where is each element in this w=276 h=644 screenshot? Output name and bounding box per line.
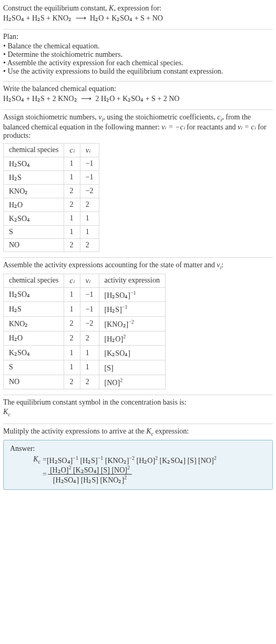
- cell: H₂SO₄: [4, 287, 64, 302]
- term-exp: 2: [68, 465, 71, 470]
- cell: 1: [80, 225, 99, 238]
- cell: 2: [80, 375, 99, 389]
- cell: H₂O: [4, 331, 64, 346]
- vi-header: νᵢ: [86, 277, 90, 285]
- kc-row-product: Kc = [H₂SO₄]−1 [H₂S]−1 [KNO₂]−2 [H₂O]2 […: [25, 455, 266, 465]
- cell: 2: [64, 184, 80, 198]
- table-row: NO22[NO]2: [4, 375, 166, 389]
- term-base: [H₂O]: [50, 466, 69, 474]
- plan-list: Balance the chemical equation. Determine…: [3, 42, 273, 76]
- activity-section: Assemble the activity expressions accoun…: [3, 258, 273, 395]
- text: expression:: [154, 427, 189, 435]
- cell: K₂SO₄: [4, 212, 64, 225]
- plan-item: Use the activity expressions to build th…: [3, 67, 273, 76]
- term-exp: 2: [155, 455, 158, 461]
- term-base: [S]: [187, 456, 196, 464]
- cell: −1: [80, 287, 99, 302]
- term-exp: 2: [214, 455, 217, 461]
- col-ci: cᵢ: [64, 274, 80, 287]
- cell: [H₂S]−1: [99, 302, 165, 317]
- title-line: Construct the equilibrium constant, K, e…: [3, 4, 273, 13]
- kc-c: c: [38, 459, 40, 465]
- eq-lhs: H₂SO₄ + H₂S + 2 KNO₂: [3, 95, 77, 103]
- term-base: [H₂SO₄]: [47, 456, 73, 464]
- table-row: S11: [4, 225, 99, 238]
- ae-base: [K₂SO₄]: [105, 349, 130, 357]
- activity-intro: Assemble the activity expressions accoun…: [3, 261, 273, 270]
- cell: −2: [80, 316, 99, 331]
- fraction-numerator: [H₂O]2 [K₂SO₄] [S] [NO]2: [48, 465, 132, 474]
- table-row: K₂SO₄11[K₂SO₄]: [4, 346, 166, 360]
- answer-box: Answer: Kc = [H₂SO₄]−1 [H₂S]−1 [KNO₂]−2 …: [3, 440, 273, 490]
- table-row: KNO₂2−2[KNO₂]−2: [4, 316, 166, 331]
- kc-c: c: [8, 411, 10, 417]
- cell: −1: [80, 302, 99, 317]
- cell: 2: [64, 238, 80, 251]
- vi-header: νᵢ: [86, 146, 90, 154]
- term-base: [NO]: [111, 466, 127, 474]
- col-ci: cᵢ: [64, 143, 80, 157]
- ae-base: [S]: [105, 364, 114, 372]
- basis-line1: The equilibrium constant symbol in the c…: [3, 398, 273, 407]
- eq-lhs: H₂SO₄ + H₂S + KNO₂: [3, 14, 71, 22]
- cell: [K₂SO₄]: [99, 346, 165, 360]
- stoich-intro: Assign stoichiometric numbers, νi, using…: [3, 113, 273, 140]
- term-exp: −1: [98, 455, 104, 461]
- text: Assign stoichiometric numbers,: [3, 113, 98, 121]
- col-species: chemical species: [4, 274, 64, 287]
- term-exp: 2: [124, 475, 127, 480]
- cell: H₂S: [4, 170, 64, 184]
- cell: H₂SO₄: [4, 157, 64, 170]
- plan-label: Plan:: [3, 33, 273, 41]
- plan-item: Determine the stoichiometric numbers.: [3, 51, 273, 59]
- plan-section: Plan: Balance the chemical equation. Det…: [3, 29, 273, 81]
- table-row: H₂O22: [4, 198, 99, 212]
- answer-label: Answer:: [10, 445, 266, 453]
- term-base: [NO]: [198, 456, 214, 464]
- multiply-section: Mulitply the activity expressions to arr…: [3, 424, 273, 495]
- term-base: [H₂S]: [81, 476, 98, 484]
- cell: H₂O: [4, 198, 64, 212]
- title-post: , expression for:: [114, 4, 161, 12]
- kc-lhs: Kc: [25, 455, 43, 465]
- cell: 1: [64, 287, 80, 302]
- cell: 2: [80, 198, 99, 212]
- term-exp: 2: [127, 465, 130, 470]
- ae-base: [H₂SO₄]: [105, 291, 130, 299]
- cell: NO: [4, 238, 64, 251]
- stoich-section: Assign stoichiometric numbers, νi, using…: [3, 110, 273, 257]
- table-row: H₂O22[H₂O]2: [4, 331, 166, 346]
- ae-exp: −1: [122, 304, 128, 310]
- cell: −1: [80, 170, 99, 184]
- cell: K₂SO₄: [4, 346, 64, 360]
- cell: KNO₂: [4, 184, 64, 198]
- kc-terms: [H₂SO₄]−1 [H₂S]−1 [KNO₂]−2 [H₂O]2 [K₂SO₄…: [47, 455, 217, 465]
- cell: [H₂SO₄]−1: [99, 287, 165, 302]
- k-symbol: K: [109, 4, 114, 12]
- equals: =: [43, 470, 47, 478]
- term-exp: −1: [73, 455, 78, 461]
- relation: νᵢ = cᵢ: [238, 123, 256, 131]
- title-pre: Construct the equilibrium constant,: [3, 4, 109, 12]
- kc-k: K: [146, 427, 151, 435]
- cell: NO: [4, 375, 64, 389]
- kc-row-fraction: = [H₂O]2 [K₂SO₄] [S] [NO]2 [H₂SO₄] [H₂S]…: [25, 465, 266, 484]
- eq-rhs: H₂O + K₂SO₄ + S + NO: [90, 14, 163, 22]
- ae-base: [H₂O]: [105, 335, 124, 343]
- equals: =: [43, 456, 47, 464]
- cell: 2: [64, 198, 80, 212]
- table-row: H₂S1−1[H₂S]−1: [4, 302, 166, 317]
- fraction: [H₂O]2 [K₂SO₄] [S] [NO]2 [H₂SO₄] [H₂S] […: [48, 465, 132, 484]
- kc-expression: Kc = [H₂SO₄]−1 [H₂S]−1 [KNO₂]−2 [H₂O]2 […: [10, 455, 266, 484]
- table-row: NO22: [4, 238, 99, 251]
- table-row: KNO₂2−2: [4, 184, 99, 198]
- cell: 1: [64, 212, 80, 225]
- activity-table: chemical species cᵢ νᵢ activity expressi…: [3, 274, 166, 390]
- table-row: S11[S]: [4, 360, 166, 375]
- cell: 1: [64, 157, 80, 170]
- ci-header: cᵢ: [69, 277, 74, 285]
- cell: [NO]2: [99, 375, 165, 389]
- table-row: H₂SO₄1−1: [4, 157, 99, 170]
- cell: S: [4, 360, 64, 375]
- col-ae: activity expression: [99, 274, 165, 287]
